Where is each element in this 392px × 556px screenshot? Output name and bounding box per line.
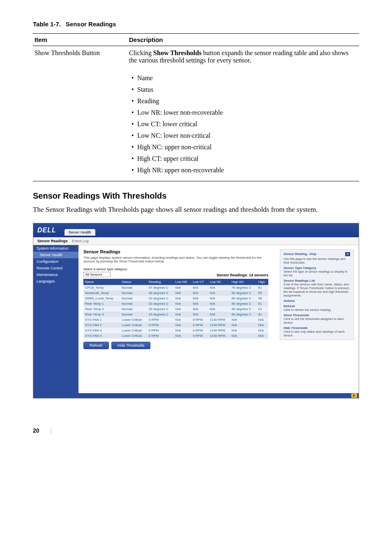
grid-cell: N/A: [257, 322, 268, 328]
bullet-item: High NC: upper non-critical: [129, 141, 357, 153]
main-content: Sensor Readings This page displays syste…: [78, 245, 359, 393]
grid-cell: 61: [257, 301, 268, 306]
help-section-heading: Refresh: [284, 304, 350, 308]
hide-thresholds-button[interactable]: Hide Thresholds: [111, 342, 150, 349]
description-cell: Clicking Show Thresholds button expands …: [127, 46, 359, 70]
table-row: Rear Temp 1Normal33 degrees CN/AN/AN/A56…: [83, 301, 268, 306]
grid-cell: Normal: [120, 306, 147, 312]
help-section: RefreshClick to refresh the sensor readi…: [284, 304, 350, 312]
help-section-heading: Sensor Type Category: [284, 266, 350, 270]
grid-header[interactable]: Name: [83, 279, 120, 285]
grid-header[interactable]: High NC: [230, 279, 257, 285]
grid-header[interactable]: Low CT: [191, 279, 208, 285]
bullet-item: High NR: upper non-recoverable: [129, 164, 357, 176]
grid-cell: N/A: [174, 322, 191, 328]
bullet-item: High CT: upper critical: [129, 153, 357, 164]
grid-cell: SYS FAN 3: [83, 328, 120, 333]
grid-cell: 0 RPM: [191, 322, 208, 328]
grid-cell: 0 RPM: [147, 328, 174, 333]
grid-cell: Rear Temp 3: [83, 312, 120, 317]
grid-cell: Ambient0_Temp: [83, 290, 120, 296]
desc-prefix: Clicking: [129, 49, 153, 56]
sidebar-item-languages[interactable]: Languages: [33, 278, 78, 285]
sidebar-item-remote-control[interactable]: Remote Control: [33, 265, 78, 271]
grid-cell: Lower Critical: [120, 322, 147, 328]
grid-cell: 81: [257, 285, 268, 290]
grid-cell: 56 degrees C: [230, 306, 257, 312]
section-body: The Sensor Readings with Thresholds page…: [33, 205, 359, 215]
help-section-text: Click to see the thresholds assigned to …: [284, 317, 350, 324]
screenshot: DELL Server Health Sensor Readings Event…: [33, 223, 359, 398]
grid-header[interactable]: Status: [120, 279, 147, 285]
table-title-text: Sensor Readings: [66, 21, 116, 28]
table-row: Ambient0_TempNormal38 degrees CN/AN/AN/A…: [83, 290, 268, 296]
panel-description: This page displays system sensor informa…: [83, 256, 268, 263]
grid-cell: Lower Critical: [120, 333, 147, 338]
grid-cell: Lower Critical: [120, 328, 147, 333]
help-section-text: Select the type of sensor readings to di…: [284, 270, 350, 277]
grid-cell: N/A: [174, 306, 191, 312]
bullet-item: Reading: [129, 95, 357, 107]
grid-cell: CPU0_Temp: [83, 285, 120, 290]
app-header: DELL Server Health: [33, 223, 359, 237]
sidebar-item-configuration[interactable]: Configuration: [33, 258, 78, 265]
sensor-count: Sensor Readings: 14 sensors: [217, 273, 268, 277]
help-section-heading: Show Thresholds: [284, 313, 350, 317]
bullet-item: Low NC: lower non-critical: [129, 130, 357, 141]
grid-cell: 34 degrees C: [147, 312, 174, 317]
grid-cell: 56 degrees C: [230, 301, 257, 306]
bullet-item: Low CT: lower critical: [129, 118, 357, 130]
main-tab-server-health[interactable]: Server Health: [65, 229, 95, 236]
grid-cell: N/A: [191, 306, 208, 312]
grid-cell: 0 RPM: [147, 317, 174, 322]
grid-header[interactable]: Low NR: [174, 279, 191, 285]
grid-cell: 0 RPM: [191, 317, 208, 322]
help-close-icon[interactable]: ×: [345, 252, 350, 256]
grid-cell: Normal: [120, 285, 147, 290]
table-row: SYS FAN 4Lower Critical0 RPMN/A0 RPM1140…: [83, 333, 268, 338]
help-intro: Use this page to see the sensor readings…: [284, 257, 350, 264]
grid-cell: 29 degrees C: [147, 306, 174, 312]
help-section: Sensor Type CategorySelect the type of s…: [284, 266, 350, 277]
grid-header[interactable]: High: [257, 279, 268, 285]
grid-header[interactable]: Reading: [147, 279, 174, 285]
help-section: Actions: [284, 299, 350, 303]
subtab-event-log[interactable]: Event Log: [72, 239, 89, 243]
help-section: Show ThresholdsClick to see the threshol…: [284, 313, 350, 324]
grid-cell: N/A: [208, 306, 230, 312]
refresh-button[interactable]: Refresh: [83, 342, 109, 349]
sidebar-item-system-information[interactable]: System Information: [33, 245, 78, 252]
grid-cell: Normal: [120, 290, 147, 296]
table-row: DIMM_Local_TempNormal32 degrees CN/AN/AN…: [83, 296, 268, 301]
grid-cell: 76 degrees C: [230, 285, 257, 290]
grid-cell: N/A: [257, 317, 268, 322]
grid-cell: N/A: [208, 312, 230, 317]
table-row: SYS FAN 1Lower Critical0 RPMN/A0 RPM1140…: [83, 317, 268, 322]
col-header-description: Description: [127, 34, 359, 46]
sensor-category-select[interactable]: All Sensors: [83, 272, 111, 277]
grid-header[interactable]: Low NC: [208, 279, 230, 285]
grid-cell: 32 degrees C: [147, 296, 174, 301]
table-caption: Table 1-7.Sensor Readings: [33, 21, 359, 28]
grid-cell: Normal: [120, 301, 147, 306]
grid-cell: N/A: [230, 317, 257, 322]
bullet-item: Status: [129, 84, 357, 95]
grid-cell: N/A: [191, 285, 208, 290]
grid-cell: 50 degrees C: [230, 290, 257, 296]
grid-cell: N/A: [174, 333, 191, 338]
grid-cell: 80 degrees C: [230, 296, 257, 301]
grid-cell: N/A: [257, 333, 268, 338]
sidebar-item-maintenance[interactable]: Maintenance: [33, 271, 78, 278]
grid-cell: N/A: [191, 296, 208, 301]
scroll-arrow-icon[interactable]: ▶: [351, 394, 357, 398]
grid-cell: 1140 RPM: [208, 317, 230, 322]
bottom-bar: ▶: [33, 393, 359, 398]
grid-cell: N/A: [174, 296, 191, 301]
help-section-heading: Actions: [284, 299, 350, 303]
help-section: Hide ThresholdsClick to see only status …: [284, 326, 350, 337]
threshold-bullets: Name Status Reading Low NR: lower non-re…: [129, 72, 357, 176]
table-row: CPU0_TempNormal47 degrees CN/AN/AN/A76 d…: [83, 285, 268, 290]
section-heading: Sensor Readings With Thresholds: [33, 191, 359, 201]
sidebar-item-server-health[interactable]: Server Health: [33, 252, 78, 258]
subtab-sensor-readings[interactable]: Sensor Readings: [37, 239, 68, 243]
